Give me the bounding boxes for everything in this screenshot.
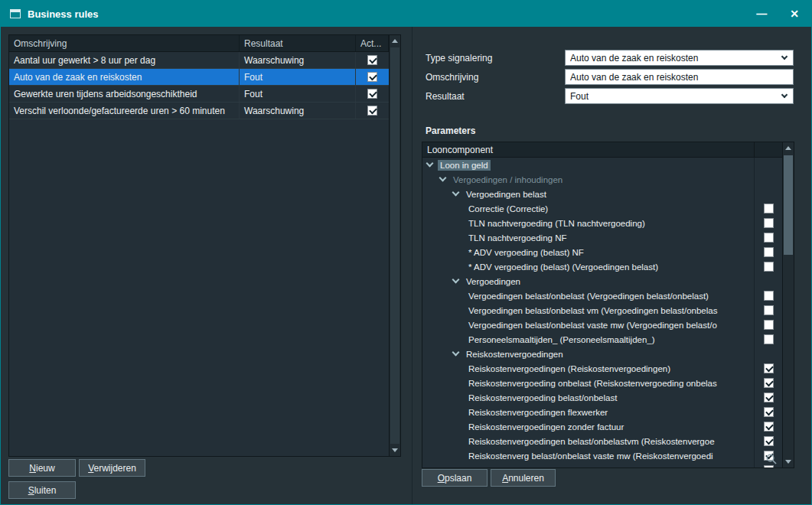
rule-row[interactable]: Aantal uur gewerkt > 8 uur per dagWaarsc… xyxy=(9,52,389,69)
close-button[interactable]: ✕ xyxy=(787,7,802,21)
omschrijving-input[interactable] xyxy=(565,69,794,85)
chevron-down-icon[interactable] xyxy=(439,174,447,182)
tree-row[interactable]: Vergoedingen belast/onbelast (Vergoeding… xyxy=(422,288,782,303)
rules-scroll-track[interactable] xyxy=(390,47,400,445)
actief-checkbox[interactable] xyxy=(367,72,377,82)
tree-scroll-thumb[interactable] xyxy=(784,155,793,255)
tree-row[interactable]: TLN nachtvergoeding NF xyxy=(422,230,782,245)
looncomponent-checkbox[interactable] xyxy=(764,320,774,330)
tree-check-cell xyxy=(754,230,782,245)
actief-checkbox[interactable] xyxy=(367,89,377,99)
tree-column-looncomponent[interactable]: Looncomponent xyxy=(422,142,754,157)
tree-row[interactable]: Correctie (Correctie) xyxy=(422,201,782,216)
tree-row[interactable]: Reiskostenvergoedingen belast/onbelastvm… xyxy=(422,434,782,448)
tree-scroll-track[interactable] xyxy=(783,154,794,456)
type-signalering-select[interactable]: Auto van de zaak en reiskosten xyxy=(565,50,794,66)
tree-row[interactable]: TLN nachtvergoeding (TLN nachtvergoeding… xyxy=(422,216,782,230)
titlebar[interactable]: Business rules — ✕ xyxy=(1,1,811,27)
sluiten-button[interactable]: Sluiten xyxy=(8,481,76,499)
parameters-tree: Looncomponent Loon in geldVergoedingen /… xyxy=(422,142,794,468)
search-icon[interactable] xyxy=(765,452,778,466)
looncomponent-checkbox[interactable] xyxy=(764,218,774,228)
tree-header: Looncomponent xyxy=(422,142,782,158)
tree-node-label: Reiskostenvergoedingen belast/onbelastvm… xyxy=(466,436,717,447)
verwijderen-button-label: Verwijderen xyxy=(88,463,136,474)
tree-row[interactable]: Rk vergoeding (Rk vergoeding xyxy=(422,463,782,468)
looncomponent-checkbox[interactable] xyxy=(764,334,774,344)
looncomponent-checkbox[interactable] xyxy=(764,422,774,432)
scroll-down-button[interactable] xyxy=(390,445,400,456)
tree-row[interactable]: Vergoedingen belast/onbelast vaste mw (V… xyxy=(422,318,782,332)
rules-scroll-thumb[interactable] xyxy=(390,47,399,444)
scroll-down-icon xyxy=(392,448,398,452)
tree-row[interactable]: Personeelsmaaltijden_ (Personeelsmaaltij… xyxy=(422,332,782,347)
looncomponent-checkbox[interactable] xyxy=(764,262,774,272)
looncomponent-checkbox[interactable] xyxy=(764,378,774,388)
looncomponent-checkbox[interactable] xyxy=(764,233,774,243)
tree-node-label: Vergoedingen belast xyxy=(464,189,549,200)
tree-row[interactable]: Vergoedingen belast/onbelast vm (Vergoed… xyxy=(422,303,782,318)
looncomponent-checkbox[interactable] xyxy=(764,305,774,315)
rule-actief-cell xyxy=(356,103,389,119)
tree-node: Reiskostenvergoedingen flexwerker xyxy=(422,405,754,419)
tree-row[interactable]: Reiskostenvergoedingen (Reiskostenvergoe… xyxy=(422,361,782,376)
rule-row[interactable]: Verschil verloonde/gefactureerde uren > … xyxy=(9,103,389,119)
tree-node: Reiskostenvergoedingen (Reiskostenvergoe… xyxy=(422,361,754,376)
looncomponent-checkbox[interactable] xyxy=(764,204,774,213)
column-header-resultaat[interactable]: Resultaat xyxy=(240,35,356,51)
nieuw-button[interactable]: Nieuw xyxy=(8,459,76,477)
app-icon xyxy=(10,9,21,18)
rule-row[interactable]: Auto van de zaak en reiskostenFout xyxy=(9,69,389,86)
chevron-down-icon[interactable] xyxy=(452,189,460,197)
chevron-down-icon[interactable] xyxy=(426,160,434,168)
rules-table: Omschrijving Resultaat Act... Aantal uur… xyxy=(8,34,401,457)
minimize-button[interactable]: — xyxy=(753,7,770,21)
verwijderen-button[interactable]: Verwijderen xyxy=(79,459,145,477)
column-header-actief[interactable]: Act... xyxy=(356,35,389,51)
tree-row[interactable]: Reiskostenvergoedingen zonder factuur xyxy=(422,419,782,434)
tree-row[interactable]: Reiskostenvergoeding belast/onbelast xyxy=(422,390,782,405)
tree-row[interactable]: Reiskostenvergoedingen xyxy=(422,347,782,361)
tree-row[interactable]: Vergoedingen xyxy=(422,274,782,288)
tree-row[interactable]: Vergoedingen / inhoudingen xyxy=(422,172,782,187)
tree-node-label: Reiskostenvergoedingen flexwerker xyxy=(466,407,610,418)
tree-row[interactable]: * ADV vergoeding (belast) (Vergoedingen … xyxy=(422,259,782,274)
rules-table-main: Omschrijving Resultaat Act... Aantal uur… xyxy=(9,35,389,456)
looncomponent-checkbox[interactable] xyxy=(764,407,774,417)
looncomponent-checkbox[interactable] xyxy=(764,393,774,402)
tree-check-cell xyxy=(754,376,782,390)
tree-scroll-down-button[interactable] xyxy=(783,456,794,468)
tree-node-label: Reiskostenvergoedingen xyxy=(464,349,566,360)
annuleren-button[interactable]: Annuleren xyxy=(491,469,556,487)
column-header-omschrijving[interactable]: Omschrijving xyxy=(9,35,240,51)
opslaan-button[interactable]: Opslaan xyxy=(422,469,488,487)
parameters-label: Parameters xyxy=(426,125,475,136)
tree-node: Correctie (Correctie) xyxy=(422,201,754,216)
tree-node-label: Vergoedingen xyxy=(464,276,523,287)
tree-node-label: Reiskostenvergoeding onbelast (Reiskoste… xyxy=(466,378,719,389)
looncomponent-checkbox[interactable] xyxy=(764,291,774,301)
chevron-down-icon[interactable] xyxy=(452,349,460,357)
tree-row[interactable]: Loon in geld xyxy=(422,158,782,172)
scroll-up-button[interactable] xyxy=(390,35,400,47)
tree-row[interactable]: Reiskostenvergoeding onbelast (Reiskoste… xyxy=(422,376,782,390)
tree-column-checkbox xyxy=(754,142,782,157)
looncomponent-checkbox[interactable] xyxy=(764,363,774,373)
chevron-down-icon[interactable] xyxy=(452,276,460,284)
actief-checkbox[interactable] xyxy=(367,106,377,116)
looncomponent-checkbox[interactable] xyxy=(764,436,774,446)
tree-row[interactable]: Vergoedingen belast xyxy=(422,187,782,201)
tree-scroll-up-button[interactable] xyxy=(783,142,794,154)
tree-node-label: * ADV vergoeding (belast) (Vergoedingen … xyxy=(466,262,660,272)
rules-scrollbar[interactable] xyxy=(389,35,400,456)
looncomponent-checkbox[interactable] xyxy=(764,247,774,257)
panel-divider xyxy=(412,27,413,504)
actief-checkbox[interactable] xyxy=(367,55,377,65)
tree-scrollbar[interactable] xyxy=(782,142,794,468)
tree-row[interactable]: Reiskostenvergoedingen flexwerker xyxy=(422,405,782,419)
tree-row[interactable]: * ADV vergoeding (belast) NF xyxy=(422,245,782,259)
rule-row[interactable]: Gewerkte uren tijdens arbeidsongeschikth… xyxy=(9,86,389,103)
resultaat-select[interactable]: Fout xyxy=(565,88,794,104)
tree-row[interactable]: Reiskostenverg belast/onbelast vaste mw … xyxy=(422,448,782,463)
tree-check-cell xyxy=(754,361,782,376)
